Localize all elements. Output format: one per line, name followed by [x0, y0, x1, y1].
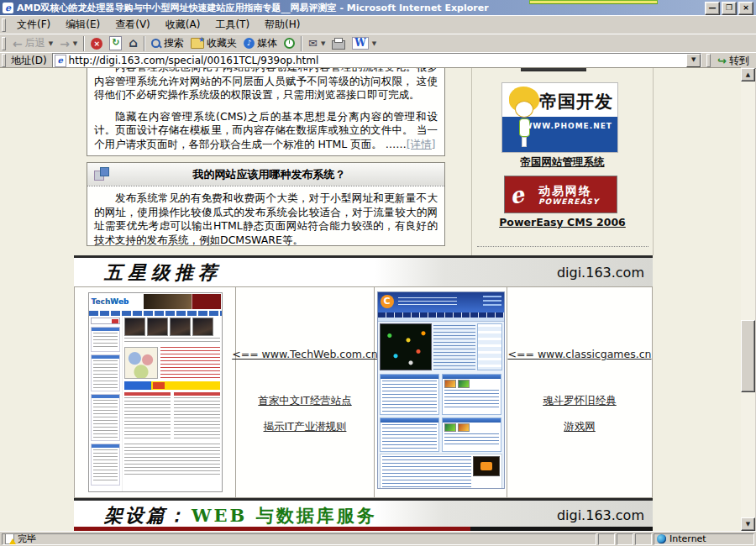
- forward-dropdown-icon[interactable]: ▼: [73, 40, 77, 47]
- back-dropdown-icon[interactable]: ▼: [49, 40, 53, 47]
- cms-paragraph-1: 内容管理系统也简化了网站的内容创建和内容管理的流程变化。很多内容管理系统允许对网…: [94, 67, 438, 102]
- techweb-url-link[interactable]: <== www.TechWeb.com.cn: [232, 348, 378, 360]
- menu-favorites[interactable]: 收藏(A): [158, 16, 208, 34]
- techweb-logo: TechWeb: [92, 297, 129, 306]
- detail-link[interactable]: [详情]: [407, 138, 436, 150]
- restore-button[interactable]: ❐: [722, 2, 737, 15]
- addressbar-grip[interactable]: [2, 54, 6, 67]
- classicgames-url-link[interactable]: <== www.classicgames.cn: [507, 348, 651, 360]
- powereasy-en: POWEREASY: [538, 197, 599, 206]
- toolbar-separator: [144, 36, 145, 51]
- forward-button[interactable]: → ▼: [56, 37, 81, 50]
- classicgames-links-cell: <== www.classicgames.cn 魂斗罗怀旧经典 游戏网: [507, 287, 652, 497]
- home-button[interactable]: ⌂: [125, 36, 141, 50]
- classicgames-tagline-2[interactable]: 游戏网: [564, 420, 596, 434]
- classicgames-tagline-1[interactable]: 魂斗罗怀旧经典: [543, 394, 617, 408]
- vertical-scrollbar[interactable]: ▲ ▼: [741, 68, 755, 531]
- powereasy-swirl-icon: e: [508, 181, 538, 208]
- status-panel-2: [617, 533, 633, 545]
- toolbar-separator: [301, 36, 302, 51]
- publish-system-title: 我的网站应该用哪种发布系统？: [114, 167, 424, 182]
- setup-site-label: digi.163.com: [557, 507, 644, 523]
- techweb-main: [123, 316, 222, 491]
- stop-button[interactable]: ×: [87, 37, 106, 50]
- menu-file[interactable]: 文件(F): [9, 16, 58, 34]
- powereasy-cms-link[interactable]: PowerEasy CMS 2006: [472, 216, 653, 228]
- address-bar: 地址(D) e http://digi.163.com/special/0016…: [0, 52, 756, 69]
- go-button[interactable]: ↪ 转到: [714, 54, 756, 68]
- scrollbar-thumb[interactable]: [741, 320, 755, 392]
- sidebar-dotted-divider: [477, 246, 648, 247]
- empire-logo-text: 帝国开发: [539, 90, 613, 113]
- favorites-label: 收藏夹: [207, 36, 237, 50]
- back-label: 后退: [25, 36, 45, 50]
- menu-bar: 文件(F) 编辑(E) 查看(V) 收藏(A) 工具(T) 帮助(H): [0, 15, 756, 34]
- status-panel-1: [598, 533, 615, 545]
- mail-envelope-icon: ✉: [308, 38, 318, 49]
- menu-view[interactable]: 查看(V): [108, 16, 158, 34]
- security-zone-panel: Internet: [654, 533, 754, 545]
- edit-with-word-button[interactable]: W ▼: [349, 36, 380, 50]
- mail-dropdown-icon[interactable]: ▼: [321, 40, 325, 47]
- printer-icon: [332, 40, 345, 50]
- word-dropdown-icon[interactable]: ▼: [372, 40, 376, 47]
- techweb-tagline-1[interactable]: 首家中文IT经营站点: [258, 394, 351, 408]
- classicgames-game-screenshot: [380, 323, 432, 370]
- empire-cms-link[interactable]: 帝国网站管理系统: [472, 155, 653, 170]
- toolbar-grip[interactable]: [2, 37, 6, 50]
- menu-tools[interactable]: 工具(T): [207, 16, 257, 34]
- cms-paragraph-2-text: 隐藏在内容管理系统(CMS)之后的基本思想是分离内容的管理和设计。页面设计存储在…: [94, 110, 438, 150]
- powereasy-cn: 动易网络: [538, 184, 599, 197]
- scroll-up-button[interactable]: ▲: [741, 68, 755, 81]
- address-input[interactable]: e http://digi.163.com/special/00161TCL/9…: [52, 53, 701, 68]
- classicgames-screenshot-thumbnail[interactable]: C: [377, 291, 505, 489]
- status-message-panel: 完毕: [2, 533, 596, 545]
- techweb-thumbnail-cell: TechWeb: [75, 287, 236, 497]
- cms-paragraph-2: 隐藏在内容管理系统(CMS)之后的基本思想是分离内容的管理和设计。页面设计存储在…: [94, 110, 438, 152]
- forward-arrow-icon: →: [60, 38, 70, 50]
- powereasy-logo[interactable]: e 动易网络 POWEREASY: [504, 176, 617, 213]
- classicgames-thumbnail-cell: C: [375, 287, 507, 497]
- menu-grip[interactable]: [2, 18, 6, 32]
- column-divider-right: [653, 68, 654, 255]
- status-bar: 完毕 Internet: [0, 531, 756, 546]
- classicgames-bottom-section: [380, 454, 502, 489]
- techweb-search-box: [91, 318, 120, 324]
- address-url[interactable]: http://digi.163.com/special/00161TCL/939…: [69, 55, 319, 66]
- menu-help[interactable]: 帮助(H): [257, 16, 307, 34]
- classicgames-logo: C: [381, 295, 394, 308]
- powereasy-logo-text: 动易网络 POWEREASY: [538, 184, 599, 206]
- minimize-button[interactable]: —: [705, 2, 720, 15]
- techweb-navbar: [89, 310, 222, 316]
- cms-intro-box: 内容管理系统也简化了网站的内容创建和内容管理的流程变化。很多内容管理系统允许对网…: [87, 67, 445, 156]
- mail-button[interactable]: ✉ ▼: [305, 37, 328, 50]
- back-button[interactable]: ← 后退 ▼: [9, 35, 56, 51]
- search-button[interactable]: 搜索: [148, 35, 187, 51]
- techweb-screenshot-thumbnail[interactable]: TechWeb: [88, 292, 223, 492]
- favorites-button[interactable]: 收藏夹: [187, 35, 240, 51]
- history-button[interactable]: [281, 37, 298, 50]
- close-button[interactable]: ×: [738, 2, 753, 15]
- ie-app-icon: e: [3, 3, 13, 13]
- techweb-tagline-2[interactable]: 揭示IT产业潜规则: [264, 420, 347, 434]
- setup-title-green: WEB 与数据库服务: [192, 504, 377, 528]
- window-title: AMD双核心皓龙处理器导购与中小型网址快速建站应用指南专题__网易评测室 - M…: [17, 2, 489, 14]
- refresh-button[interactable]: ↻: [106, 35, 125, 51]
- media-button[interactable]: ♪ 媒体: [240, 35, 281, 51]
- empire-cms-logo[interactable]: 帝国开发 WWW.PHOME.NET: [501, 82, 618, 153]
- media-label: 媒体: [257, 36, 277, 50]
- recommend-table: TechWeb: [74, 286, 653, 498]
- window-controls: — ❐ ×: [705, 2, 753, 15]
- empire-mascot-icon: [507, 87, 543, 150]
- go-arrow-icon: ↪: [717, 55, 727, 67]
- refresh-icon: ↻: [109, 36, 122, 50]
- menu-edit[interactable]: 编辑(E): [58, 16, 108, 34]
- standard-toolbar: ← 后退 ▼ → ▼ × ↻ ⌂ 搜索 收藏夹 ♪ 媒体 ✉ ▼ W ▼: [0, 34, 756, 52]
- print-button[interactable]: [328, 36, 349, 50]
- five-star-section-header: 五星级推荐 digi.163.com: [74, 255, 653, 287]
- clipped-sidebar-link[interactable]: [521, 68, 586, 71]
- scroll-down-button[interactable]: ▼: [741, 517, 755, 531]
- techweb-body: [89, 316, 222, 491]
- page-favicon: e: [55, 55, 66, 67]
- address-dropdown-button[interactable]: ▼: [686, 54, 701, 67]
